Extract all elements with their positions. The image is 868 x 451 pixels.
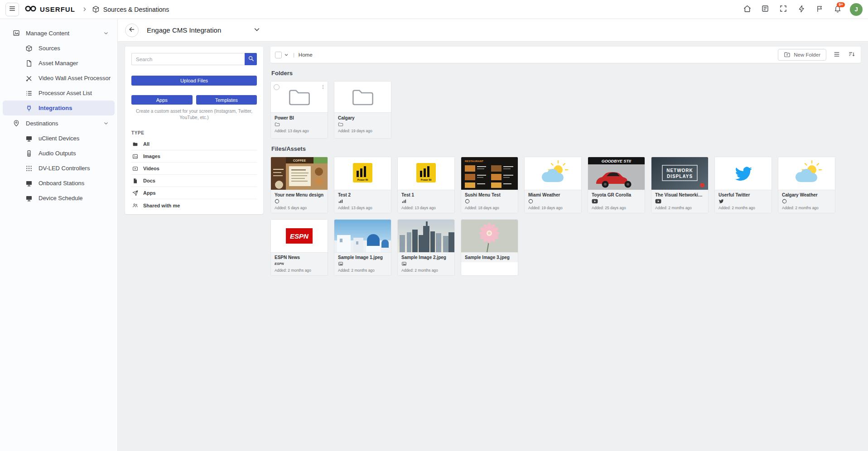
activity-button[interactable] [794, 2, 809, 17]
search-button[interactable] [245, 53, 257, 65]
back-button[interactable] [125, 24, 139, 37]
sidebar-item-asset-manager[interactable]: Asset Manager [3, 56, 115, 71]
filter-apps[interactable]: Apps [131, 187, 257, 199]
asset-name: Your new Menu design [275, 192, 324, 197]
asset-card-test-1[interactable]: Power BI Test 1 Added: 13 days ago [397, 157, 455, 213]
asset-thumbnail [398, 220, 454, 252]
asset-name: Calgary Weather [782, 192, 831, 197]
folder-icon [350, 87, 376, 107]
sidebar-group-manage-content[interactable]: Manage Content [0, 25, 117, 41]
userful-logo[interactable]: USERFUL [24, 5, 75, 14]
svg-text:GOODBYE STI!: GOODBYE STI! [602, 159, 632, 163]
asset-card-visual-networking[interactable]: NETWORKDISPLAYS The Visual Networking Pl… [651, 157, 709, 213]
svg-text:Power BI: Power BI [357, 178, 368, 181]
grid-dots-icon [25, 165, 33, 172]
asset-added-date: Added: 2 months ago [338, 268, 387, 273]
monitor-icon [25, 135, 33, 142]
sidebar-item-video-wall-asset-processor[interactable]: Video Wall Asset Processor [3, 71, 115, 86]
sort-button[interactable] [847, 50, 856, 60]
folder-menu-button[interactable] [319, 83, 327, 92]
sidebar-item-label: Onboard Stations [39, 180, 84, 187]
filter-videos[interactable]: Videos [131, 163, 257, 175]
fullscreen-icon [779, 5, 787, 14]
app-template-buttons: Apps Templates [131, 95, 257, 105]
avatar[interactable]: J [850, 3, 863, 16]
asset-card-miami-weather[interactable]: Miami Weather Added: 19 days ago [524, 157, 582, 213]
sidebar-item-processor-asset-list[interactable]: Processor Asset List [3, 86, 115, 101]
asset-card-userful-twitter[interactable]: Userful Twitter Added: 2 months ago [714, 157, 772, 213]
sidebar-group-destinations[interactable]: Destinations [0, 115, 117, 131]
file-grid: COFFEE Your new Menu design Added: 5 day… [270, 157, 861, 276]
fullscreen-button[interactable] [776, 2, 791, 17]
sidebar-item-onboard-stations[interactable]: Onboard Stations [3, 176, 115, 191]
integration-dropdown-button[interactable] [253, 25, 261, 35]
sidebar-item-integrations[interactable]: Integrations [3, 101, 115, 115]
asset-card-sushi-menu-test[interactable]: RESTAURANT Sushi Menu Test Added: 18 day… [461, 157, 518, 213]
filter-images[interactable]: Images [131, 150, 257, 163]
asset-thumbnail [715, 157, 772, 190]
sidebar: Manage Content Sources Asset Manager Vid… [0, 19, 118, 451]
asset-card-espn-news[interactable]: ESPN ESPN News ESPN Added: 2 months ago [270, 219, 328, 276]
sidebar-item-uclient-devices[interactable]: uClient Devices [3, 131, 115, 146]
folder-name: Power BI [275, 115, 324, 120]
asset-panel: Upload Files Apps Templates Create a cus… [125, 47, 263, 214]
asset-name: The Visual Networking Pla... [655, 192, 704, 197]
new-folder-button[interactable]: New Folder [778, 49, 826, 61]
sidebar-item-dv-led-controllers[interactable]: DV-LED Controllers [3, 161, 115, 176]
globe-icon [465, 198, 514, 204]
asset-card-test-2[interactable]: Power BI Test 2 Added: 13 days ago [334, 157, 391, 213]
asset-added-date: Added: 13 days ago [401, 206, 451, 210]
brand-name: USERFUL [40, 5, 75, 13]
hamburger-menu-button[interactable] [5, 3, 19, 16]
sidebar-item-audio-outputs[interactable]: Audio Outputs [3, 146, 115, 161]
notifications-button[interactable]: 9+ [830, 2, 845, 17]
home-button[interactable] [739, 2, 755, 17]
chevron-down-icon [103, 30, 109, 36]
folder-select-radio[interactable] [274, 84, 280, 90]
folder-card-calgary[interactable]: Calgary Added: 19 days ago [334, 81, 391, 139]
asset-card-your-new-menu-design[interactable]: COFFEE Your new Menu design Added: 5 day… [270, 157, 328, 213]
select-dropdown-chevron-icon[interactable] [284, 52, 289, 58]
filter-all[interactable]: All [131, 138, 257, 150]
asset-card-toyota-gr-corolla[interactable]: GOODBYE STI! Toyota GR Corolla Added: 25… [588, 157, 645, 213]
folder-icon [132, 141, 138, 147]
infinity-logo-icon [24, 5, 37, 14]
breadcrumb[interactable]: Home [299, 52, 313, 58]
notification-badge: 9+ [837, 2, 845, 8]
sidebar-item-label: Device Schedule [39, 195, 83, 202]
lightning-icon [798, 5, 805, 14]
globe-icon [782, 198, 831, 204]
filter-shared-with-me[interactable]: Shared with me [131, 199, 257, 211]
espn-logo-icon: ESPN [275, 261, 324, 267]
list-view-button[interactable] [832, 50, 841, 60]
asset-added-date: Added: 2 months ago [719, 206, 768, 210]
asset-card-calgary-weather[interactable]: Calgary Weather Added: 2 months ago [778, 157, 835, 213]
image-icon [132, 154, 138, 159]
asset-card-sample-image-3[interactable]: Sample Image 3.jpeg [461, 219, 518, 276]
search-bar [131, 53, 257, 65]
asset-thumbnail [334, 220, 391, 252]
flag-button[interactable] [812, 2, 827, 17]
asset-name: Sample Image 2.jpeg [401, 255, 451, 260]
apps-button[interactable]: Apps [131, 95, 193, 105]
sources-destinations-icon [92, 5, 100, 13]
asset-name: Userful Twitter [719, 192, 768, 197]
speaker-icon [25, 150, 33, 157]
news-button[interactable] [757, 2, 773, 17]
sidebar-item-label: Integrations [39, 105, 72, 111]
select-all-checkbox[interactable] [275, 52, 282, 58]
new-folder-icon [784, 51, 791, 59]
asset-card-sample-image-2[interactable]: Sample Image 2.jpeg Added: 2 months ago [397, 219, 455, 276]
filter-docs[interactable]: Docs [131, 175, 257, 187]
hamburger-icon [9, 5, 16, 14]
files-heading: Files/Assets [271, 145, 860, 152]
templates-button[interactable]: Templates [196, 95, 257, 105]
monitor-icon [25, 180, 33, 187]
asset-added-date: Added: 2 months ago [401, 268, 451, 273]
sidebar-item-device-schedule[interactable]: Device Schedule [3, 191, 115, 206]
asset-card-sample-image-1[interactable]: Sample Image 1.jpeg Added: 2 months ago [334, 219, 391, 276]
search-input[interactable] [131, 53, 245, 65]
sidebar-item-sources[interactable]: Sources [3, 41, 115, 56]
folder-card-power-bi[interactable]: Power BI Added: 13 days ago [270, 81, 328, 139]
upload-files-button[interactable]: Upload Files [131, 76, 257, 86]
